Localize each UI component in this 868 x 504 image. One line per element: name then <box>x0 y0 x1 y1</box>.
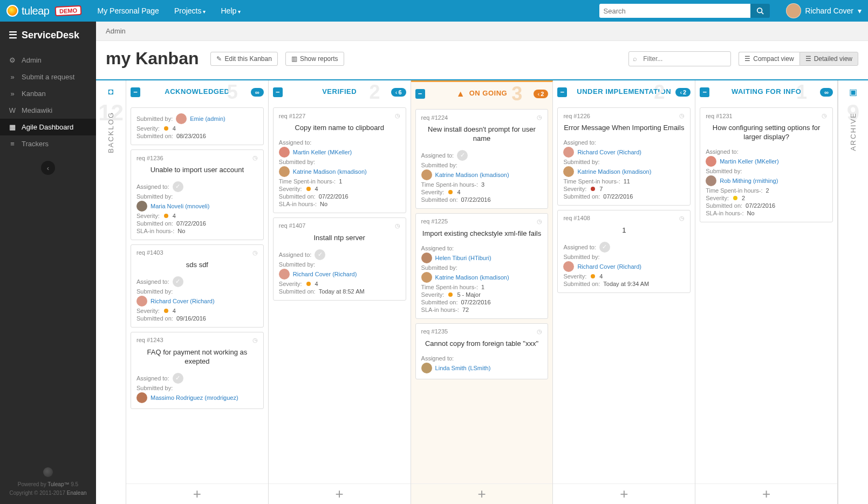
tuleap-link[interactable]: Tuleap™ <box>47 481 69 487</box>
filter-input[interactable] <box>628 51 731 66</box>
kanban-card[interactable]: req #1227◷Copy item name to clipboardAss… <box>273 107 406 213</box>
add-card-button[interactable]: + <box>126 483 268 504</box>
column-body[interactable]: req #1231◷How configuring setting option… <box>695 104 837 483</box>
kanban-column-on-going: − ▲ ON GOING 3 2 req #1224◷New install d… <box>411 80 553 504</box>
card-row: Submitted by: <box>136 288 258 295</box>
sidebar-item-kanban[interactable]: »Kanban <box>0 85 96 102</box>
user-link[interactable]: Massimo Rodriguez (mrodriguez) <box>151 394 238 401</box>
user-link[interactable]: Richard Cover (Richard) <box>577 263 641 270</box>
add-card-button[interactable]: + <box>269 483 411 504</box>
avatar <box>136 201 147 212</box>
severity-dot-icon <box>164 309 168 313</box>
clock-icon: ◷ <box>395 222 400 229</box>
card-row: Assigned to: <box>279 139 400 146</box>
kanban-card[interactable]: req #1403◷sds sdfAssigned to:✓Submitted … <box>131 244 264 328</box>
card-title: Install ntp server <box>279 231 400 248</box>
user-link[interactable]: Richard Cover (Richard) <box>151 298 215 304</box>
user-link[interactable]: Richard Cover (Richard) <box>577 149 641 155</box>
sidebar-item-submit-a-request[interactable]: »Submit a request <box>0 69 96 85</box>
sidebar-item-trackers[interactable]: ≡Trackers <box>0 135 96 152</box>
backlog-rail[interactable]: ◘ 12 BACKLOG <box>96 80 126 504</box>
kanban-card[interactable]: req #1243◷FAQ for payment not working as… <box>131 332 264 409</box>
column-title: ON GOING <box>469 90 507 97</box>
field-value: No <box>320 201 327 207</box>
kanban-card[interactable]: req #1236◷Unable to import user accountA… <box>131 149 264 240</box>
sidebar-item-admin[interactable]: ⚙Admin <box>0 52 96 69</box>
search-input[interactable] <box>599 4 750 18</box>
kanban-card[interactable]: req #1408◷1Assigned to:✓Submitted by:Ric… <box>557 210 691 293</box>
column-body[interactable]: req #1224◷New install doesn't prompt for… <box>411 106 553 483</box>
user-link[interactable]: Rob Mithing (rmithing) <box>720 178 778 184</box>
sidebar-collapse-button[interactable]: ‹ <box>41 161 55 175</box>
kanban-card[interactable]: req #1226◷Error Message When Importing E… <box>557 107 691 206</box>
user-link[interactable]: Katrine Madison (kmadison) <box>435 172 509 178</box>
kanban-card[interactable]: req #1407◷Install ntp serverAssigned to:… <box>273 217 406 301</box>
show-reports-button[interactable]: ▥Show reports <box>285 52 344 66</box>
nav-help[interactable]: Help <box>221 6 241 15</box>
user-link[interactable]: Katrine Madison (kmadison) <box>435 274 509 281</box>
card-header: req #1403◷ <box>136 249 258 256</box>
field-label: Severity: <box>136 308 160 314</box>
nav-personal[interactable]: My Personal Page <box>98 6 159 15</box>
user-link[interactable]: Emie (admin) <box>190 115 225 122</box>
archive-rail[interactable]: ▣ 9 ARCHIVE <box>838 80 868 504</box>
logo-area[interactable]: tuleap DEMO <box>6 5 81 17</box>
sidebar-item-agile-dashboard[interactable]: ▦Agile Dashboard <box>0 119 96 135</box>
wip-badge[interactable]: 2 <box>534 90 549 98</box>
add-card-button[interactable]: + <box>695 483 837 504</box>
column-collapse-button[interactable]: − <box>273 87 283 97</box>
user-link[interactable]: Helen Tiburi (HTiburi) <box>435 255 491 261</box>
wip-badge[interactable]: 2 <box>675 88 691 97</box>
field-label: Submitted by: <box>279 159 315 165</box>
user-link[interactable]: Maria Noveli (mnoveli) <box>151 203 209 209</box>
field-label: Submitted on: <box>421 196 458 203</box>
column-body[interactable]: req #1226◷Error Message When Importing E… <box>553 104 695 483</box>
detailed-view-button[interactable]: ☰Detailed view <box>799 52 858 66</box>
user-link[interactable]: Katrine Madison (kmadison) <box>577 168 651 175</box>
clock-icon: ◷ <box>395 112 400 119</box>
edit-kanban-button[interactable]: ✎Edit this Kanban <box>210 52 277 66</box>
kanban-card[interactable]: req #1235◷Cannot copy from foreign table… <box>415 323 549 379</box>
column-collapse-button[interactable]: − <box>557 87 567 97</box>
unassigned-icon: ✓ <box>315 249 325 260</box>
card-row: Submitted on:09/16/2016 <box>136 315 258 322</box>
column-body[interactable]: Submitted by:Emie (admin)Severity:4Submi… <box>126 104 268 483</box>
search-button[interactable] <box>750 4 770 18</box>
kanban-card[interactable]: Submitted by:Emie (admin)Severity:4Submi… <box>131 107 264 145</box>
field-value: 4 <box>173 125 176 132</box>
grid-icon: ▦ <box>9 123 16 131</box>
nav-projects[interactable]: Projects <box>174 6 206 15</box>
column-collapse-button[interactable]: − <box>700 87 709 97</box>
user-link[interactable]: Martin Keller (MKeller) <box>293 149 352 155</box>
wip-badge[interactable] <box>820 88 833 97</box>
add-card-button[interactable]: + <box>411 483 553 504</box>
user-link[interactable]: Martin Keller (MKeller) <box>720 158 778 165</box>
inbox-icon: ◘ <box>108 87 114 97</box>
project-name[interactable]: ☰ ServiceDesk <box>0 22 96 49</box>
sidebar-item-mediawiki[interactable]: WMediawiki <box>0 102 96 119</box>
card-row: Submitted on:07/22/2016 <box>421 299 543 305</box>
field-label: Assigned to: <box>421 355 454 362</box>
add-card-button[interactable]: + <box>553 483 695 504</box>
column-collapse-button[interactable]: − <box>131 87 140 97</box>
compact-view-button[interactable]: ☰Compact view <box>739 52 799 66</box>
field-label: Submitted on: <box>421 299 458 305</box>
breadcrumb[interactable]: Admin <box>96 22 868 41</box>
wip-badge[interactable]: 6 <box>391 88 406 97</box>
clock-icon: ◷ <box>252 337 258 344</box>
chevron-icon: » <box>9 73 16 81</box>
enalean-link[interactable]: Enalean <box>67 490 87 496</box>
user-link[interactable]: Richard Cover (Richard) <box>293 271 357 277</box>
kanban-card[interactable]: req #1224◷New install doesn't prompt for… <box>415 109 549 209</box>
column-body[interactable]: req #1227◷Copy item name to clipboardAss… <box>269 104 411 483</box>
wip-badge[interactable] <box>251 88 264 97</box>
user-menu[interactable]: Richard Cover ▾ <box>786 3 862 18</box>
user-link[interactable]: Linda Smith (LSmith) <box>435 365 491 371</box>
card-row: Submitted by: <box>421 264 543 271</box>
kanban-card[interactable]: req #1225◷Import existing checkstyle xml… <box>415 213 549 319</box>
field-label: Assigned to: <box>421 152 454 159</box>
column-collapse-button[interactable]: − <box>415 89 425 99</box>
clock-icon: ◷ <box>679 112 685 119</box>
kanban-card[interactable]: req #1231◷How configuring setting option… <box>700 107 833 222</box>
user-link[interactable]: Katrine Madison (kmadison) <box>293 168 367 175</box>
